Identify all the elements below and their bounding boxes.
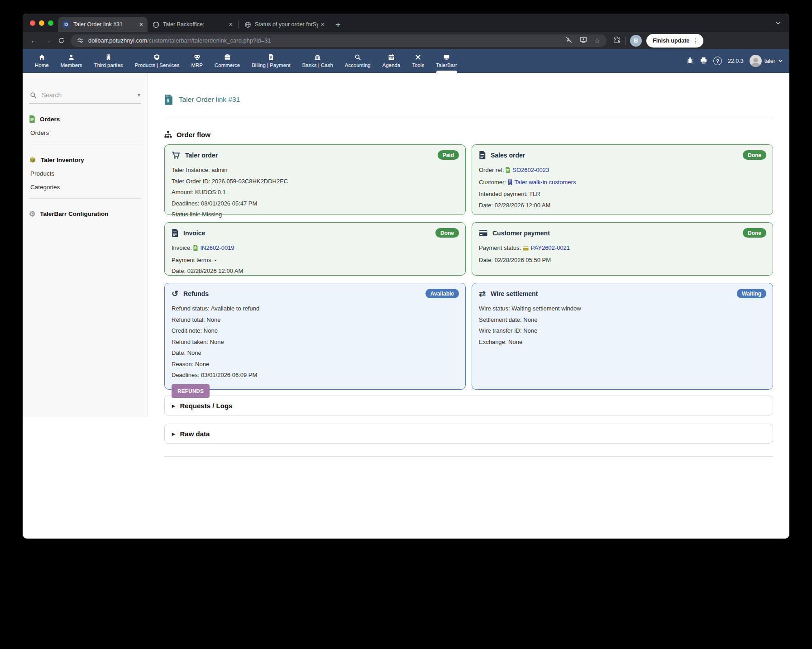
fullscreen-window-button[interactable]	[48, 20, 53, 26]
finish-update-button[interactable]: Finish update ⋮	[646, 34, 703, 48]
nav-item-talerbarr[interactable]: TalerBarr	[430, 49, 463, 73]
card-line: Date: 02/28/2026 12:00 AM	[172, 267, 459, 274]
url-bar[interactable]: dolibarr.potuzhnyi.com/custom/talerbarr/…	[71, 34, 607, 47]
refunds-button[interactable]: REFUNDS	[172, 384, 210, 398]
tab-order-status[interactable]: Status of your order forSync c ×	[239, 17, 329, 32]
tab-separator	[238, 20, 239, 29]
card-line: Payment terms: -	[172, 257, 459, 263]
invoice-link[interactable]: IN2602-0019	[200, 244, 234, 251]
nav-item-commerce[interactable]: Commerce	[209, 49, 246, 73]
debug-bug-icon[interactable]	[686, 57, 694, 66]
search-icon	[30, 92, 37, 99]
main-content: $ Taler Order link #31 Order flow Taler …	[148, 73, 789, 539]
sidebar-item-categories[interactable]: Categories	[30, 184, 141, 191]
payment-link[interactable]: PAY2602-0021	[531, 244, 570, 251]
svg-text:$: $	[167, 98, 169, 103]
new-tab-button[interactable]: +	[335, 20, 341, 29]
sidebar-search[interactable]: ▾	[29, 91, 141, 104]
close-icon[interactable]: ×	[139, 21, 143, 28]
card-title: Taler order	[185, 152, 218, 159]
payment-card-icon	[523, 245, 529, 252]
sidebar-section-talerbarr-configuration[interactable]: ⚙ TalerBarr Configuration	[29, 210, 141, 217]
user-menu[interactable]: taler	[750, 55, 783, 67]
company-building-icon	[508, 179, 512, 186]
help-icon[interactable]: ?	[713, 57, 722, 65]
card-line: Refund taken: None	[172, 339, 459, 345]
minimize-window-button[interactable]	[39, 20, 44, 26]
card-line: Refund total: None	[172, 316, 459, 323]
url-path: /custom/talerbarr/talerorderlink_card.ph…	[147, 37, 271, 44]
nav-item-home[interactable]: Home	[29, 49, 55, 73]
user-avatar	[750, 55, 762, 67]
install-app-icon[interactable]	[580, 36, 587, 45]
products-icon	[153, 54, 160, 61]
sidebar: ▾ Orders Orders Taler Inventory Products…	[23, 73, 148, 417]
tab-search-chevron-icon[interactable]	[775, 20, 781, 28]
invoice-doc-icon	[193, 245, 198, 252]
dolibarr-top-menu: Home Members Third parties Products | Se…	[23, 49, 789, 73]
sidebar-item-orders[interactable]: Orders	[30, 129, 141, 136]
sitemap-icon	[164, 131, 172, 138]
reload-button[interactable]	[54, 34, 68, 47]
customer-link[interactable]: Taler walk-in customers	[515, 179, 576, 186]
status-badge: Done	[435, 228, 459, 238]
sidebar-item-products[interactable]: Products	[30, 170, 141, 177]
status-badge: Done	[743, 150, 766, 160]
requests-logs-collapsible[interactable]: ▸ Requests / Logs	[164, 396, 773, 415]
members-icon	[68, 54, 75, 61]
nav-item-agenda[interactable]: Agenda	[377, 49, 406, 73]
site-settings-icon[interactable]	[77, 37, 84, 44]
sidebar-section-taler-inventory[interactable]: Taler Inventory	[29, 156, 141, 163]
gear-icon: ⚙	[29, 211, 35, 217]
tab-taler-order-link[interactable]: D Taler Order link #31 ×	[58, 17, 148, 32]
print-icon[interactable]	[700, 57, 707, 66]
close-icon[interactable]: ×	[229, 21, 233, 28]
card-line: Refund status: Available to refund	[172, 305, 459, 312]
nav-item-third-parties[interactable]: Third parties	[88, 49, 129, 73]
raw-data-collapsible[interactable]: ▸ Raw data	[164, 424, 773, 444]
order-flow-cards: Taler order Paid Taler Instance: admin T…	[164, 144, 773, 390]
nav-item-accounting[interactable]: Accounting	[339, 49, 377, 73]
profile-avatar[interactable]: B	[630, 35, 642, 47]
browser-window: D Taler Order link #31 × Taler Backoffic…	[23, 14, 789, 539]
commerce-icon	[224, 54, 231, 61]
status-badge: Paid	[438, 150, 459, 160]
close-icon[interactable]: ×	[321, 21, 325, 28]
nav-item-banks-cash[interactable]: Banks | Cash	[296, 49, 339, 73]
back-button[interactable]: ←	[27, 34, 41, 47]
nav-item-billing-payment[interactable]: Billing | Payment	[246, 49, 296, 73]
nav-item-products-services[interactable]: Products | Services	[129, 49, 186, 73]
card-title: Refunds	[183, 290, 209, 297]
mrp-icon	[194, 54, 201, 61]
card-sales-order: Sales order Done Order ref: SO2602-0023 …	[472, 144, 773, 215]
search-input[interactable]	[41, 91, 122, 99]
taler-favicon	[152, 21, 159, 28]
bookmark-star-icon[interactable]: ☆	[594, 37, 600, 45]
page-title: Taler Order link #31	[179, 95, 240, 104]
more-options-icon[interactable]: ⋮	[693, 37, 699, 44]
sales-order-link[interactable]: SO2602-0023	[512, 167, 549, 173]
caret-right-icon: ▸	[172, 402, 175, 409]
taler-order-doc-icon: $	[164, 95, 173, 105]
card-line: Credit note: None	[172, 327, 459, 334]
sidebar-section-orders[interactable]: Orders	[29, 115, 141, 123]
close-window-button[interactable]	[30, 20, 35, 26]
title-divider	[164, 118, 773, 118]
tabs: D Taler Order link #31 × Taler Backoffic…	[58, 17, 341, 32]
nav-item-members[interactable]: Members	[55, 49, 88, 73]
toolbar-right: B Finish update ⋮	[613, 34, 703, 48]
tab-taler-backoffice[interactable]: Taler Backoffice: ×	[148, 17, 237, 32]
nav-item-tools[interactable]: Tools	[406, 49, 430, 73]
search-dropdown-icon[interactable]: ▾	[138, 92, 140, 98]
bottom-divider	[164, 456, 773, 457]
extensions-puzzle-icon[interactable]	[613, 36, 621, 45]
card-line: Intended payment: TLR	[479, 191, 766, 197]
translate-off-icon[interactable]: A	[565, 36, 573, 45]
forward-button[interactable]: →	[41, 34, 54, 47]
nav-item-mrp[interactable]: MRP	[185, 49, 209, 73]
tab-strip: D Taler Order link #31 × Taler Backoffic…	[23, 14, 789, 32]
card-line: Date: 02/28/2026 05:50 PM	[479, 257, 766, 263]
exchange-arrows-icon: ⇄	[479, 290, 486, 298]
card-title: Sales order	[491, 152, 525, 159]
bank-icon	[314, 54, 321, 61]
